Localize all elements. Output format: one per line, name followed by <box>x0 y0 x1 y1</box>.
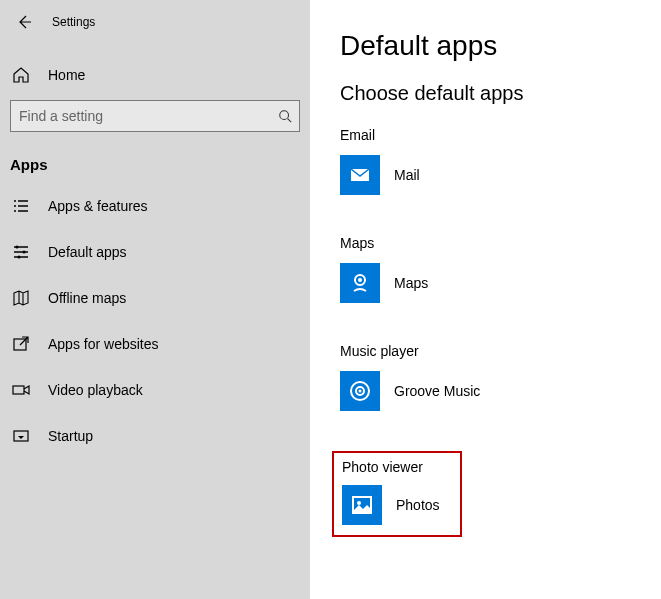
svg-rect-6 <box>13 386 24 394</box>
app-name: Maps <box>394 275 428 291</box>
arrow-left-icon <box>16 14 32 30</box>
highlighted-photo-viewer: Photo viewer Photos <box>332 451 462 537</box>
category-label: Music player <box>340 343 661 359</box>
sidebar-item-label: Default apps <box>48 244 127 260</box>
default-app-maps[interactable]: Maps <box>340 263 661 303</box>
photos-icon <box>342 485 382 525</box>
svg-point-2 <box>16 246 19 249</box>
sidebar-item-startup[interactable]: Startup <box>0 413 310 459</box>
startup-icon <box>12 427 30 445</box>
sidebar-item-apps-websites[interactable]: Apps for websites <box>0 321 310 367</box>
category-maps: Maps Maps <box>340 235 661 303</box>
app-name: Mail <box>394 167 420 183</box>
page-title: Default apps <box>340 30 661 62</box>
defaults-icon <box>12 243 30 261</box>
sidebar-item-default-apps[interactable]: Default apps <box>0 229 310 275</box>
search-input[interactable] <box>11 108 271 124</box>
category-music: Music player Groove Music <box>340 343 661 411</box>
main-content: Default apps Choose default apps Email M… <box>310 0 661 599</box>
nav-home[interactable]: Home <box>0 56 310 94</box>
list-icon <box>12 197 30 215</box>
window-title: Settings <box>52 15 95 29</box>
page-subtitle: Choose default apps <box>340 82 661 105</box>
sidebar-item-apps-features[interactable]: Apps & features <box>0 183 310 229</box>
app-name: Photos <box>396 497 440 513</box>
search-icon <box>271 109 299 123</box>
sidebar-section-heading: Apps <box>0 150 310 183</box>
back-button[interactable] <box>14 12 34 32</box>
maps-app-icon <box>340 263 380 303</box>
category-label: Photo viewer <box>342 459 452 475</box>
svg-point-10 <box>358 278 362 282</box>
search-box[interactable] <box>10 100 300 132</box>
sidebar-item-offline-maps[interactable]: Offline maps <box>0 275 310 321</box>
sidebar-item-video-playback[interactable]: Video playback <box>0 367 310 413</box>
sidebar: Settings Home Apps Apps & features Defau… <box>0 0 310 599</box>
titlebar: Settings <box>0 8 310 44</box>
svg-point-4 <box>18 256 21 259</box>
svg-point-15 <box>357 501 361 505</box>
svg-point-0 <box>280 111 289 120</box>
sidebar-item-label: Video playback <box>48 382 143 398</box>
default-app-music[interactable]: Groove Music <box>340 371 661 411</box>
app-name: Groove Music <box>394 383 480 399</box>
sidebar-item-label: Apps for websites <box>48 336 159 352</box>
default-app-photo-viewer[interactable]: Photos <box>342 485 452 525</box>
home-icon <box>12 66 30 84</box>
svg-point-3 <box>23 251 26 254</box>
video-icon <box>12 381 30 399</box>
mail-icon <box>340 155 380 195</box>
open-external-icon <box>12 335 30 353</box>
svg-line-1 <box>288 119 292 123</box>
category-label: Maps <box>340 235 661 251</box>
category-label: Email <box>340 127 661 143</box>
category-email: Email Mail <box>340 127 661 195</box>
svg-point-13 <box>359 390 362 393</box>
sidebar-item-label: Offline maps <box>48 290 126 306</box>
groove-music-icon <box>340 371 380 411</box>
sidebar-item-label: Apps & features <box>48 198 148 214</box>
nav-home-label: Home <box>48 67 85 83</box>
search-container <box>10 100 300 132</box>
map-icon <box>12 289 30 307</box>
sidebar-item-label: Startup <box>48 428 93 444</box>
default-app-email[interactable]: Mail <box>340 155 661 195</box>
